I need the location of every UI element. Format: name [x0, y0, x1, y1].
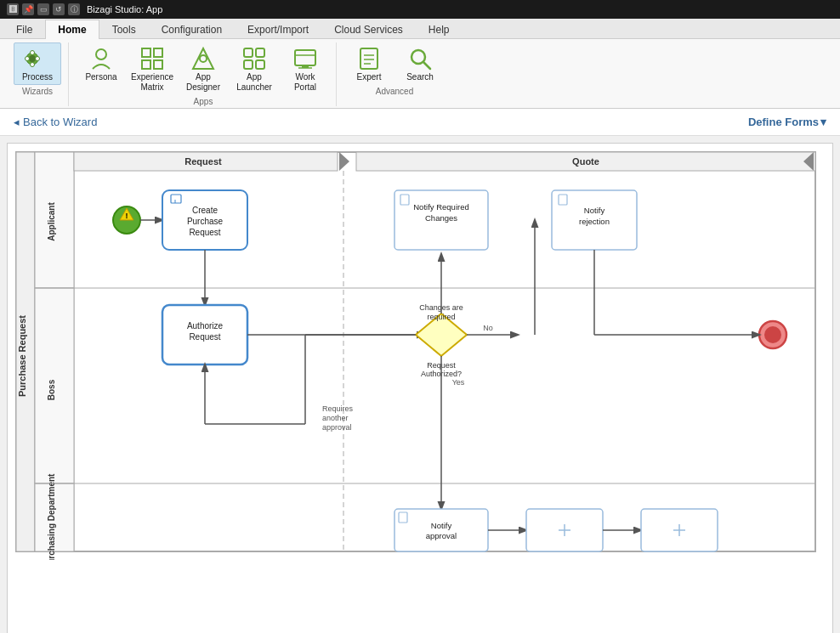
svg-text:required: required — [427, 313, 455, 321]
tab-file[interactable]: File — [3, 20, 45, 39]
svg-text:Yes: Yes — [452, 378, 465, 387]
ribbon-item-persona[interactable]: Persona — [77, 42, 125, 85]
lane-purchasing-label: Purchasing Department — [47, 473, 56, 560]
experience-matrix-icon — [139, 45, 166, 72]
svg-text:Request: Request — [189, 332, 220, 342]
svg-rect-10 — [154, 60, 162, 69]
svg-text:Request: Request — [189, 228, 220, 237]
ribbon-item-app-launcher[interactable]: App Launcher — [230, 42, 278, 95]
tab-help[interactable]: Help — [416, 20, 463, 39]
app-launcher-icon — [241, 45, 268, 72]
ribbon-item-search[interactable]: Search — [396, 42, 444, 85]
svg-rect-14 — [256, 48, 264, 57]
persona-icon — [88, 45, 115, 72]
tab-home[interactable]: Home — [45, 20, 99, 39]
app-designer-icon — [190, 45, 217, 72]
ribbon: File Home Tools Configuration Export/Imp… — [0, 19, 840, 109]
app-title: Bizagi Studio: App — [87, 4, 162, 14]
ribbon-item-experience-matrix[interactable]: Experience Matrix — [128, 42, 176, 95]
svg-point-4 — [36, 57, 40, 61]
title-bar: 🅱 📌 ▭ ↺ ⓘ Bizagi Studio: App — [0, 0, 840, 19]
svg-rect-7 — [142, 48, 150, 57]
back-arrow-icon: ◂ — [14, 116, 20, 128]
app-designer-label: App Designer — [182, 72, 224, 93]
search-icon — [406, 45, 434, 72]
svg-marker-11 — [193, 48, 213, 69]
notify-approval-node[interactable] — [394, 509, 488, 551]
svg-point-3 — [31, 63, 35, 67]
tab-cloud-services[interactable]: Cloud Services — [321, 20, 416, 39]
svg-text:Purchase: Purchase — [187, 217, 224, 226]
app-icon: 🅱 — [7, 3, 19, 15]
svg-text:approval: approval — [426, 531, 457, 540]
process-icon — [24, 45, 51, 72]
svg-text:another: another — [322, 414, 349, 422]
pin-icon: 📌 — [22, 3, 34, 15]
ribbon-item-app-designer[interactable]: App Designer — [179, 42, 227, 95]
ribbon-tab-bar: File Home Tools Configuration Export/Imp… — [0, 19, 840, 39]
svg-rect-15 — [244, 60, 253, 69]
svg-text:No: No — [483, 324, 493, 332]
svg-line-26 — [423, 62, 430, 69]
ribbon-item-expert[interactable]: Expert — [345, 42, 393, 85]
advanced-group-label: Advanced — [376, 87, 413, 96]
svg-text:Notify Required: Notify Required — [413, 202, 468, 212]
experience-matrix-label: Experience Matrix — [131, 72, 173, 93]
svg-text:Requires: Requires — [322, 404, 354, 413]
ribbon-content: Process Wizards Persona — [0, 39, 840, 108]
wizards-group-label: Wizards — [22, 87, 53, 96]
apps-group-label: Apps — [194, 97, 213, 106]
window-icon: ▭ — [37, 3, 49, 15]
svg-point-12 — [200, 55, 207, 62]
svg-text:Changes: Changes — [425, 213, 457, 223]
pool-label: Purchase Request — [17, 315, 27, 397]
search-label: Search — [406, 72, 434, 82]
info-icon: ⓘ — [68, 3, 80, 15]
app-launcher-label: App Launcher — [233, 72, 275, 93]
process-label: Process — [22, 72, 53, 82]
svg-rect-9 — [142, 60, 150, 69]
svg-text:!: ! — [126, 212, 128, 220]
back-link-label: Back to Wizard — [23, 116, 97, 128]
expert-label: Expert — [357, 72, 382, 82]
group-request-label: Request — [184, 156, 222, 167]
ribbon-group-apps: Persona Experience Matrix — [71, 42, 337, 106]
svg-point-62 — [764, 326, 781, 343]
diagram-container: Purchase Request Applicant Boss Purchasi… — [8, 144, 824, 560]
svg-rect-17 — [295, 50, 315, 65]
expert-icon — [355, 45, 383, 72]
lane-applicant-label: Applicant — [47, 202, 56, 241]
svg-rect-13 — [244, 48, 253, 57]
svg-point-6 — [96, 49, 106, 59]
svg-point-5 — [26, 57, 30, 61]
ribbon-group-advanced: Expert Search Advanced — [338, 42, 451, 106]
svg-text:Notify: Notify — [431, 521, 452, 530]
svg-text:approval: approval — [322, 423, 352, 432]
svg-rect-8 — [154, 48, 162, 57]
svg-point-2 — [31, 51, 35, 55]
tab-configuration[interactable]: Configuration — [149, 20, 235, 39]
svg-point-1 — [29, 55, 36, 62]
tab-tools[interactable]: Tools — [99, 20, 149, 39]
ribbon-item-work-portal[interactable]: Work Portal — [281, 42, 329, 95]
ribbon-group-wizards: Process Wizards — [7, 42, 69, 106]
ribbon-item-process[interactable]: Process — [14, 42, 61, 85]
lane-boss-label: Boss — [47, 379, 56, 400]
tab-export-import[interactable]: Export/Import — [235, 20, 321, 39]
define-forms-label: Define Forms — [748, 116, 819, 128]
work-portal-icon — [292, 45, 319, 72]
group-quote-label: Quote — [572, 156, 599, 167]
authorize-request-label: Authorize — [187, 321, 224, 331]
svg-text:rejection: rejection — [579, 217, 610, 226]
svg-text:Notify: Notify — [584, 206, 605, 215]
page-toolbar: ◂ Back to Wizard Define Forms ▾ — [0, 109, 840, 136]
work-portal-label: Work Portal — [284, 72, 326, 93]
svg-rect-16 — [256, 60, 264, 69]
create-purchase-request-label: Create — [192, 206, 218, 215]
back-to-wizard-link[interactable]: ◂ Back to Wizard — [14, 116, 97, 128]
diagram-canvas[interactable]: Purchase Request Applicant Boss Purchasi… — [7, 143, 833, 633]
svg-rect-21 — [360, 48, 377, 69]
refresh-icon: ↺ — [53, 3, 65, 15]
define-forms-chevron: ▾ — [820, 116, 826, 128]
define-forms-button[interactable]: Define Forms ▾ — [748, 116, 826, 128]
